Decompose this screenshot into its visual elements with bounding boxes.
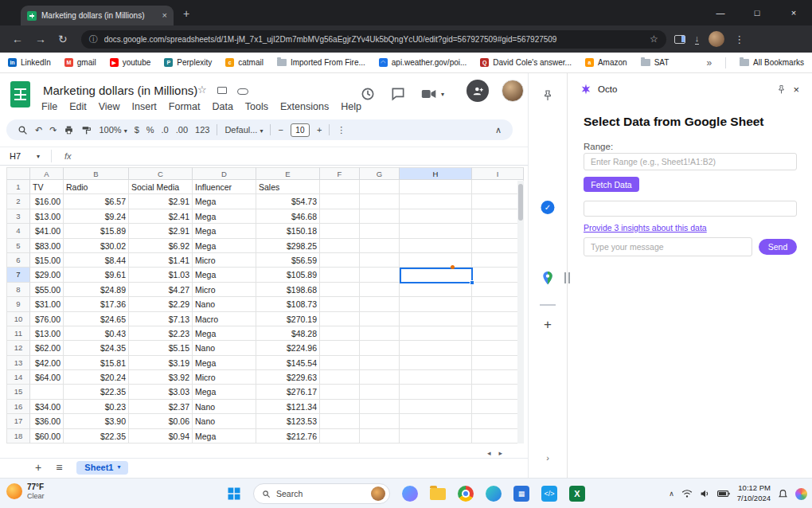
notification-bell-icon[interactable] bbox=[778, 489, 788, 499]
cell-F17[interactable] bbox=[320, 414, 360, 428]
comment-icon[interactable] bbox=[390, 86, 406, 102]
cell-I12[interactable] bbox=[472, 341, 524, 355]
cell-I15[interactable] bbox=[472, 385, 524, 399]
col-header-G[interactable]: G bbox=[360, 167, 400, 180]
row-header-2[interactable]: 2 bbox=[6, 194, 30, 209]
cell-F18[interactable] bbox=[320, 429, 360, 444]
row-header-11[interactable]: 11 bbox=[6, 326, 30, 341]
bookmark-sat[interactable]: SAT bbox=[641, 58, 670, 67]
cell-B15[interactable]: $22.35 bbox=[64, 385, 129, 399]
vscode-icon[interactable]: </> bbox=[541, 486, 557, 502]
bookmark-perplexity[interactable]: PPerplexity bbox=[164, 58, 212, 67]
cell-G3[interactable] bbox=[360, 209, 400, 224]
cell-D10[interactable]: Macro bbox=[193, 312, 256, 326]
cell-C7[interactable]: $1.03 bbox=[129, 268, 193, 282]
menu-edit[interactable]: Edit bbox=[69, 101, 87, 112]
copilot-icon[interactable] bbox=[402, 486, 418, 502]
cell-E10[interactable]: $270.19 bbox=[256, 312, 320, 326]
cell-A2[interactable]: $16.00 bbox=[30, 194, 64, 209]
cell-B7[interactable]: $9.61 bbox=[64, 268, 129, 282]
bookmark-youtube[interactable]: ▶youtube bbox=[110, 58, 151, 67]
cell-F6[interactable] bbox=[320, 253, 360, 268]
cell-H1[interactable] bbox=[400, 180, 472, 194]
cell-A17[interactable]: $36.00 bbox=[30, 414, 64, 428]
cell-B5[interactable]: $30.02 bbox=[64, 239, 129, 253]
cell-H4[interactable] bbox=[400, 224, 472, 238]
cell-E4[interactable]: $150.18 bbox=[256, 224, 320, 238]
cell-F16[interactable] bbox=[320, 400, 360, 414]
cell-E11[interactable]: $48.28 bbox=[256, 326, 320, 341]
row-header-10[interactable]: 10 bbox=[6, 312, 30, 326]
close-button[interactable]: × bbox=[775, 0, 812, 25]
cell-G9[interactable] bbox=[360, 297, 400, 311]
document-title[interactable]: Marketing dollars (in Millions) bbox=[43, 84, 197, 97]
menu-insert[interactable]: Insert bbox=[132, 101, 157, 112]
col-header-A[interactable]: A bbox=[30, 167, 64, 180]
decrease-decimal-button[interactable]: .0 bbox=[162, 125, 169, 135]
insights-link[interactable]: Provide 3 insights about this data bbox=[584, 223, 707, 233]
new-tab-button[interactable]: + bbox=[183, 7, 189, 20]
pin-icon[interactable] bbox=[541, 89, 554, 102]
cell-A4[interactable]: $41.00 bbox=[30, 224, 64, 238]
cell-B8[interactable]: $24.89 bbox=[64, 283, 129, 297]
percent-format-button[interactable]: % bbox=[146, 125, 154, 135]
cell-D5[interactable]: Mega bbox=[193, 239, 256, 253]
all-bookmarks-button[interactable]: All Bookmarks bbox=[740, 58, 804, 67]
cell-D7[interactable]: Mega bbox=[193, 268, 256, 282]
bookmark-api-weather-gov-poi[interactable]: ◠api.weather.gov/poi... bbox=[379, 58, 467, 67]
cell-I18[interactable] bbox=[472, 429, 524, 444]
cell-E9[interactable]: $108.73 bbox=[256, 297, 320, 311]
search-icon[interactable] bbox=[18, 125, 28, 135]
bookmark-star-icon[interactable]: ☆ bbox=[650, 33, 658, 45]
cell-I6[interactable] bbox=[472, 253, 524, 268]
undo-icon[interactable]: ↶ bbox=[35, 125, 42, 135]
wifi-icon[interactable] bbox=[681, 489, 693, 498]
bookmark-linkedin[interactable]: inLinkedIn bbox=[8, 58, 51, 67]
cell-B13[interactable]: $15.81 bbox=[64, 356, 129, 370]
cell-A1[interactable]: TV bbox=[30, 180, 64, 194]
cell-B9[interactable]: $17.36 bbox=[64, 297, 129, 311]
cell-B10[interactable]: $24.65 bbox=[64, 312, 129, 326]
bookmark-catmail[interactable]: ccatmail bbox=[225, 58, 264, 67]
cell-C17[interactable]: $0.06 bbox=[129, 414, 193, 428]
cell-G12[interactable] bbox=[360, 341, 400, 355]
col-header-E[interactable]: E bbox=[256, 167, 320, 180]
cell-I11[interactable] bbox=[472, 326, 524, 341]
cell-E16[interactable]: $121.34 bbox=[256, 400, 320, 414]
menu-format[interactable]: Format bbox=[169, 101, 201, 112]
cell-C4[interactable]: $2.91 bbox=[129, 224, 193, 238]
cell-H8[interactable] bbox=[400, 283, 472, 297]
sheet-tab-caret-icon[interactable]: ▾ bbox=[117, 463, 120, 471]
row-header-4[interactable]: 4 bbox=[6, 224, 30, 238]
cell-E7[interactable]: $105.89 bbox=[256, 268, 320, 282]
panel-resize-handle[interactable] bbox=[564, 272, 570, 283]
cell-G4[interactable] bbox=[360, 224, 400, 238]
increase-font-button[interactable]: + bbox=[317, 125, 322, 135]
cell-F5[interactable] bbox=[320, 239, 360, 253]
edge-icon[interactable] bbox=[486, 486, 502, 502]
cell-F4[interactable] bbox=[320, 224, 360, 238]
cell-G16[interactable] bbox=[360, 400, 400, 414]
sheets-profile-avatar[interactable] bbox=[502, 80, 524, 102]
cell-D4[interactable]: Mega bbox=[193, 224, 256, 238]
cell-G17[interactable] bbox=[360, 414, 400, 428]
cell-G15[interactable] bbox=[360, 385, 400, 399]
vertical-scrollbar[interactable] bbox=[517, 181, 524, 444]
cell-C10[interactable]: $7.13 bbox=[129, 312, 193, 326]
all-sheets-icon[interactable]: ≡ bbox=[56, 461, 62, 474]
cell-E12[interactable]: $224.96 bbox=[256, 341, 320, 355]
decrease-font-button[interactable]: − bbox=[278, 125, 283, 135]
meet-camera-icon[interactable] bbox=[420, 86, 438, 102]
menu-help[interactable]: Help bbox=[341, 101, 361, 112]
cell-H18[interactable] bbox=[400, 429, 472, 444]
cell-E3[interactable]: $46.68 bbox=[256, 209, 320, 224]
cell-D2[interactable]: Mega bbox=[193, 194, 256, 209]
bookmark-amazon[interactable]: aAmazon bbox=[585, 58, 627, 67]
cell-B4[interactable]: $15.89 bbox=[64, 224, 129, 238]
cell-D15[interactable]: Mega bbox=[193, 385, 256, 399]
col-header-F[interactable]: F bbox=[320, 167, 360, 180]
col-header-H[interactable]: H bbox=[400, 167, 472, 180]
cell-C18[interactable]: $0.94 bbox=[129, 429, 193, 444]
cell-A8[interactable]: $55.00 bbox=[30, 283, 64, 297]
cell-C6[interactable]: $1.41 bbox=[129, 253, 193, 268]
